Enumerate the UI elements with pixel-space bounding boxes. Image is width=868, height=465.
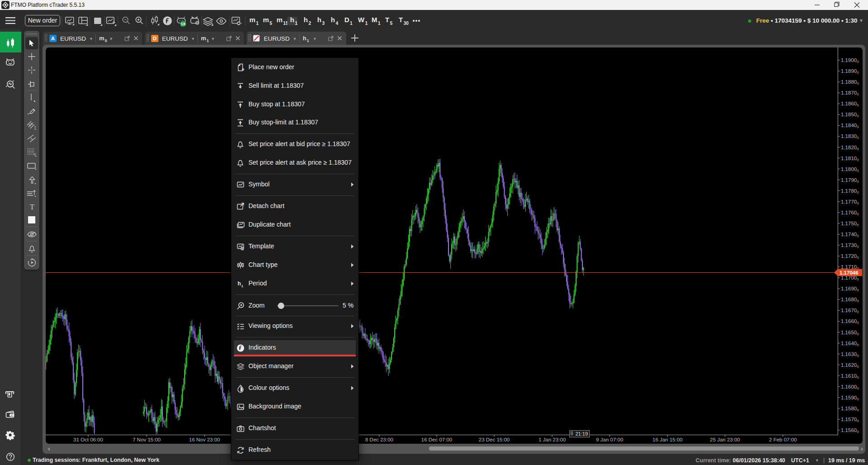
svg-text:1.16800: 1.16800 — [841, 297, 859, 303]
svg-text:1.17300: 1.17300 — [841, 242, 859, 249]
svg-text:1.16300: 1.16300 — [841, 351, 859, 358]
svg-text:16 Dec 07:00: 16 Dec 07:00 — [421, 437, 452, 442]
svg-text:8 Dec 23:00: 8 Dec 23:00 — [365, 437, 393, 442]
svg-text:1.16100: 1.16100 — [841, 373, 859, 380]
svg-text:1.17900: 1.17900 — [841, 177, 859, 184]
svg-text:1.18500: 1.18500 — [841, 112, 859, 118]
svg-text:1.16000: 1.16000 — [841, 384, 859, 390]
svg-text:1.19000: 1.19000 — [841, 57, 859, 64]
svg-text:1.18900: 1.18900 — [841, 68, 859, 75]
svg-text:1.18200: 1.18200 — [841, 145, 859, 151]
svg-text:16 Nov 23:00: 16 Nov 23:00 — [189, 437, 220, 442]
svg-text:7 Nov 15:00: 7 Nov 15:00 — [133, 437, 161, 442]
svg-text:1.15600: 1.15600 — [841, 427, 859, 434]
svg-text:25 Jan 23:00: 25 Jan 23:00 — [710, 437, 740, 442]
svg-text:1.17500: 1.17500 — [841, 221, 859, 227]
svg-text:1.16900: 1.16900 — [841, 286, 859, 292]
svg-text:1.17600: 1.17600 — [841, 210, 859, 216]
svg-text:16 Jan 15:00: 16 Jan 15:00 — [653, 437, 683, 442]
svg-text:1.15700: 1.15700 — [841, 417, 859, 423]
svg-text:1.18000: 1.18000 — [841, 166, 859, 173]
svg-text:1.18100: 1.18100 — [841, 156, 859, 162]
svg-text:31 Oct 06:00: 31 Oct 06:00 — [73, 437, 103, 442]
svg-text:1.16400: 1.16400 — [841, 341, 859, 347]
svg-text:h: h — [238, 280, 241, 287]
svg-text:1.18800: 1.18800 — [841, 79, 859, 85]
svg-text:1.16200: 1.16200 — [841, 362, 859, 369]
svg-text:1.17400: 1.17400 — [841, 232, 859, 238]
svg-text:1.16500: 1.16500 — [841, 330, 859, 336]
svg-text:1: 1 — [241, 284, 243, 288]
svg-text:23 Dec 15:00: 23 Dec 15:00 — [479, 437, 510, 442]
svg-text:1.17200: 1.17200 — [841, 253, 859, 260]
svg-text:1.18300: 1.18300 — [841, 133, 859, 140]
svg-text:9 Jan 07:00: 9 Jan 07:00 — [596, 437, 623, 442]
svg-text:1 Jan 23:00: 1 Jan 23:00 — [539, 437, 566, 442]
svg-text:1.18600: 1.18600 — [841, 101, 859, 107]
svg-text:18: 18 — [181, 22, 185, 26]
svg-text:2 Feb 07:00: 2 Feb 07:00 — [769, 437, 796, 442]
svg-text:1.17046: 1.17046 — [839, 270, 858, 275]
svg-text:T: T — [30, 203, 35, 211]
svg-text:1.15900: 1.15900 — [841, 395, 859, 401]
svg-text:1.18700: 1.18700 — [841, 90, 859, 96]
svg-text:1.16600: 1.16600 — [841, 318, 859, 325]
svg-text:1.16700: 1.16700 — [841, 308, 859, 314]
svg-text:1.18400: 1.18400 — [841, 123, 859, 129]
svg-text:1.17700: 1.17700 — [841, 199, 859, 205]
svg-text:1.17800: 1.17800 — [841, 188, 859, 195]
svg-text:1.15800: 1.15800 — [841, 406, 859, 412]
